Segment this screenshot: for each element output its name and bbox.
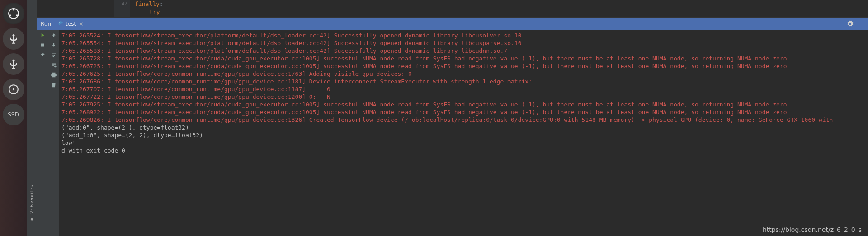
- launcher-usb-1[interactable]: [3, 28, 24, 50]
- console-line: 7:05.266725: I tensorflow/stream_executo…: [61, 62, 865, 70]
- console-line: 7:05.265554: I tensorflow/stream_executo…: [61, 39, 865, 47]
- trash-icon[interactable]: [50, 81, 57, 88]
- print-icon[interactable]: [50, 71, 57, 79]
- disk-icon: [8, 83, 19, 95]
- up-icon[interactable]: [50, 32, 57, 39]
- run-tab-name[interactable]: test: [66, 21, 76, 27]
- ubuntu-icon: [8, 8, 19, 19]
- run-gutter-left: [37, 30, 48, 236]
- console-line: 7:05.267625: I tensorflow/core/common_ru…: [61, 70, 865, 78]
- console-line: 7:05.268922: I tensorflow/stream_executo…: [61, 108, 865, 116]
- console-line: 7:05.265524: I tensorflow/stream_executo…: [61, 32, 865, 39]
- console-line: 7:05.267686: I tensorflow/core/common_ru…: [61, 78, 865, 85]
- close-icon[interactable]: ×: [79, 20, 84, 27]
- launcher-ssd[interactable]: SSD: [3, 104, 24, 125]
- launcher-disk[interactable]: [3, 79, 24, 100]
- svg-point-1: [12, 9, 14, 10]
- stop-icon[interactable]: [39, 42, 46, 49]
- down-icon[interactable]: [50, 42, 57, 49]
- scroll-icon[interactable]: [50, 61, 57, 69]
- editor-gutter: 42: [114, 0, 130, 17]
- code-editor[interactable]: 42 finally: try: [37, 0, 868, 17]
- svg-point-5: [12, 88, 14, 90]
- usb-icon: [8, 58, 19, 70]
- ide-main: 42 finally: try Run: test × —: [37, 0, 868, 236]
- run-label: Run:: [41, 21, 53, 27]
- console-line: ("add_1:0", shape=(2, 2), dtype=float32): [61, 131, 865, 139]
- svg-point-2: [9, 14, 11, 16]
- ide-left-strip: ★ 2: Favorites: [27, 0, 37, 236]
- ssd-label: SSD: [8, 111, 19, 118]
- gear-icon[interactable]: [846, 20, 854, 28]
- console-line: low': [61, 139, 865, 147]
- minimize-icon[interactable]: —: [857, 20, 864, 28]
- python-icon: [57, 20, 64, 28]
- run-tool-body: 7:05.265524: I tensorflow/stream_executo…: [37, 30, 868, 236]
- usb-icon: [8, 33, 19, 45]
- colon: :: [160, 0, 163, 7]
- run-tool-header: Run: test × —: [37, 17, 868, 30]
- run-gutter-right: [48, 30, 59, 236]
- console-line: 7:05.267925: I tensorflow/stream_executo…: [61, 101, 865, 108]
- console-line: 7:05.267722: I tensorflow/core/common_ru…: [61, 93, 865, 101]
- wrap-icon[interactable]: [50, 51, 57, 59]
- favorites-tool-tab[interactable]: ★ 2: Favorites: [29, 185, 35, 222]
- launcher-ubuntu[interactable]: [3, 3, 24, 24]
- favorites-label: 2: Favorites: [29, 185, 35, 214]
- keyword-try: try: [149, 9, 160, 15]
- rerun-icon[interactable]: [39, 32, 46, 39]
- editor-code[interactable]: finally: try: [135, 0, 163, 16]
- star-icon: ★: [29, 217, 35, 222]
- keyword-finally: finally: [135, 0, 160, 7]
- console-line: ("add:0", shape=(2,), dtype=float32): [61, 124, 865, 131]
- pin-icon[interactable]: [39, 51, 46, 59]
- watermark: https://blog.csdn.net/z_6_2_0_s: [763, 226, 862, 233]
- editor-minimap[interactable]: [701, 0, 863, 17]
- svg-rect-7: [41, 44, 44, 47]
- svg-point-3: [16, 14, 18, 16]
- console-output[interactable]: 7:05.265524: I tensorflow/stream_executo…: [59, 30, 868, 236]
- console-line: 7:05.265583: I tensorflow/stream_executo…: [61, 47, 865, 55]
- os-launcher: SSD: [0, 0, 27, 236]
- console-line: d with exit code 0: [61, 147, 865, 154]
- line-number: 42: [114, 0, 127, 8]
- svg-point-6: [59, 22, 60, 22]
- console-line: 7:05.269826: I tensorflow/core/common_ru…: [61, 116, 865, 124]
- launcher-usb-2[interactable]: [3, 53, 24, 75]
- console-line: 7:05.267707: I tensorflow/core/common_ru…: [61, 85, 865, 93]
- console-line: 7:05.265728: I tensorflow/stream_executo…: [61, 55, 865, 62]
